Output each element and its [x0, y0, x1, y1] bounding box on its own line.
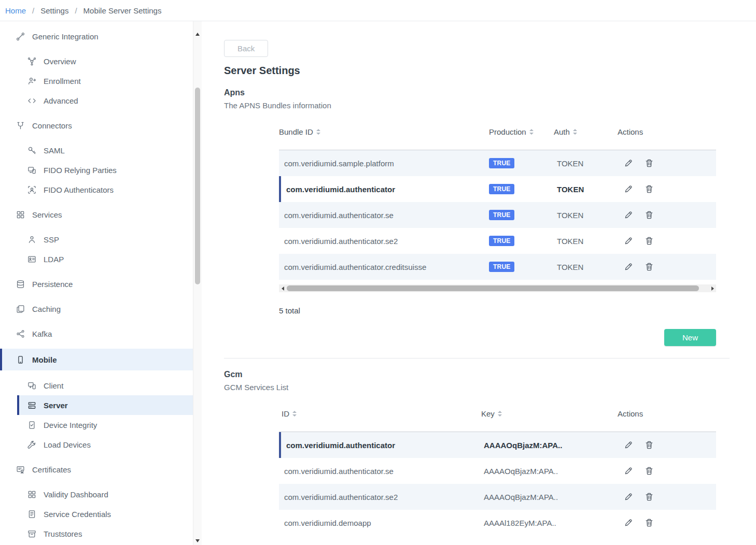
server-icon	[27, 401, 36, 410]
edit-icon[interactable]	[624, 440, 633, 450]
scroll-left-icon[interactable]	[279, 284, 286, 292]
edit-icon[interactable]	[624, 184, 633, 194]
delete-icon[interactable]	[645, 210, 654, 220]
delete-icon[interactable]	[645, 159, 654, 168]
apns-table-row[interactable]: com.veridiumid.sample.platformTRUETOKEN	[279, 150, 716, 176]
scrollbar-track[interactable]	[286, 284, 709, 292]
scroll-up-icon[interactable]	[195, 33, 200, 36]
sidebar-item-services[interactable]: Services	[0, 205, 193, 224]
sidebar-scrollbar[interactable]	[193, 21, 202, 545]
sidebar-item-mobile[interactable]: Mobile	[0, 349, 193, 370]
gcm-section-subtitle: GCM Services List	[224, 383, 730, 392]
gcm-table-row[interactable]: com.veridiumid.authenticator.se2AAAAOqBj…	[279, 484, 716, 510]
sidebar-item-truststores[interactable]: Truststores	[0, 524, 193, 543]
bundle-id-cell: com.veridiumid.sample.platform	[279, 159, 489, 168]
column-label: Auth	[554, 127, 570, 136]
breadcrumb-home-link[interactable]: Home	[5, 6, 26, 15]
sidebar-item-label: FIDO Relying Parties	[44, 166, 117, 175]
breadcrumb-separator: /	[75, 6, 77, 15]
apns-table: Bundle IDProductionAuthActions com.verid…	[279, 121, 716, 292]
column-label: Key	[481, 409, 495, 418]
actions-cell	[618, 236, 716, 246]
main-content: Back Server Settings Apns The APNS Bundl…	[202, 21, 756, 545]
sidebar-item-label: Advanced	[44, 96, 78, 105]
sidebar-item-ldap[interactable]: LDAP	[0, 249, 193, 269]
delete-icon[interactable]	[645, 492, 654, 501]
edit-icon[interactable]	[624, 262, 633, 271]
sidebar-item-kafka[interactable]: Kafka	[0, 324, 193, 343]
bundle-id-cell: com.veridiumid.authenticator.creditsuiss…	[279, 263, 489, 271]
column-header-actions: Actions	[618, 409, 716, 418]
scroll-right-icon[interactable]	[709, 284, 716, 292]
sidebar-item-persistence[interactable]: Persistence	[0, 274, 193, 294]
sidebar-item-device-integrity[interactable]: Device Integrity	[0, 415, 193, 435]
sidebar-item-server[interactable]: Server	[17, 395, 193, 415]
apns-table-row[interactable]: com.veridiumid.authenticatorTRUETOKEN	[279, 176, 716, 202]
gcm-key-cell: AAAAOqBjazM:APA..	[481, 467, 618, 476]
copy-icon	[16, 305, 25, 313]
delete-icon[interactable]	[645, 184, 654, 194]
apns-horizontal-scrollbar[interactable]	[279, 284, 716, 292]
sidebar-item-label: SAML	[44, 146, 65, 155]
actions-cell	[618, 210, 716, 220]
edit-icon[interactable]	[624, 236, 633, 246]
column-header-key[interactable]: Key	[481, 409, 618, 418]
sidebar-item-connectors[interactable]: Connectors	[0, 116, 193, 135]
delete-icon[interactable]	[645, 466, 654, 476]
edit-icon[interactable]	[624, 492, 633, 501]
apns-table-row[interactable]: com.veridiumid.authenticator.seTRUETOKEN	[279, 202, 716, 228]
actions-cell	[618, 466, 716, 476]
sidebar-item-ssp[interactable]: SSP	[0, 230, 193, 249]
sidebar-item-load-devices[interactable]: Load Devices	[0, 435, 193, 454]
sidebar-item-overview[interactable]: Overview	[0, 51, 193, 71]
sidebar-item-validity-dashboard[interactable]: Validity Dashboard	[0, 484, 193, 504]
sidebar-item-label: Connectors	[32, 121, 72, 130]
sidebar-scrollbar-thumb[interactable]	[195, 88, 200, 284]
delete-icon[interactable]	[645, 518, 654, 527]
gcm-key-cell: AAAAOqBjazM:APA..	[481, 441, 618, 450]
column-header-bundle-id[interactable]: Bundle ID	[279, 127, 489, 136]
apns-table-row[interactable]: com.veridiumid.authenticator.se2TRUETOKE…	[279, 228, 716, 254]
edit-icon[interactable]	[624, 159, 633, 168]
back-button[interactable]: Back	[224, 40, 268, 57]
new-button[interactable]: New	[664, 329, 716, 346]
auth-cell: TOKEN	[554, 211, 618, 220]
sidebar-item-saml[interactable]: SAML	[0, 140, 193, 160]
edit-icon[interactable]	[624, 466, 633, 476]
column-header-actions: Actions	[618, 127, 716, 136]
sidebar-item-generic-integration[interactable]: Generic Integration	[0, 26, 193, 46]
sidebar-item-fido-authenticators[interactable]: FIDO Authenticators	[0, 180, 193, 199]
scrollbar-thumb[interactable]	[287, 285, 699, 291]
column-label: Actions	[618, 127, 643, 136]
sidebar-item-fido-relying-parties[interactable]: FIDO Relying Parties	[0, 160, 193, 180]
delete-icon[interactable]	[645, 440, 654, 450]
sidebar-item-client[interactable]: Client	[0, 376, 193, 395]
breadcrumb-settings-link[interactable]: Settings	[40, 6, 68, 15]
gcm-key-cell: AAAAl182EyM:APA..	[481, 519, 618, 527]
column-header-production[interactable]: Production	[489, 127, 554, 136]
breadcrumb: Home / Settings / Mobile Server Settings	[0, 0, 756, 21]
delete-icon[interactable]	[645, 262, 654, 271]
gcm-table-row[interactable]: com.veridiumid.authenticatorAAAAOqBjazM:…	[279, 432, 716, 458]
enrollment-icon	[27, 77, 36, 85]
gcm-key-cell: AAAAOqBjazM:APA..	[481, 493, 618, 501]
sidebar-item-service-credentials[interactable]: Service Credentials	[0, 504, 193, 524]
apns-table-row[interactable]: com.veridiumid.authenticator.creditsuiss…	[279, 254, 716, 280]
column-header-auth[interactable]: Auth	[554, 127, 618, 136]
edit-icon[interactable]	[624, 518, 633, 527]
column-header-id[interactable]: ID	[279, 409, 481, 418]
client-devices-icon	[27, 381, 36, 390]
scroll-down-icon[interactable]	[195, 539, 200, 542]
edit-icon[interactable]	[624, 210, 633, 220]
sidebar-item-caching[interactable]: Caching	[0, 299, 193, 319]
gcm-table-row[interactable]: com.veridiumid.demoappAAAAl182EyM:APA..	[279, 510, 716, 536]
gcm-table-row[interactable]: com.veridiumid.authenticator.seAAAAOqBja…	[279, 458, 716, 484]
column-label: ID	[282, 409, 289, 418]
actions-cell	[618, 440, 716, 450]
sidebar-item-advanced[interactable]: Advanced	[0, 91, 193, 110]
delete-icon[interactable]	[645, 236, 654, 246]
sidebar-item-enrollment[interactable]: Enrollment	[0, 71, 193, 91]
sidebar-item-certificates[interactable]: Certificates	[0, 460, 193, 479]
mobile-icon	[16, 355, 25, 364]
production-cell: TRUE	[489, 236, 554, 246]
